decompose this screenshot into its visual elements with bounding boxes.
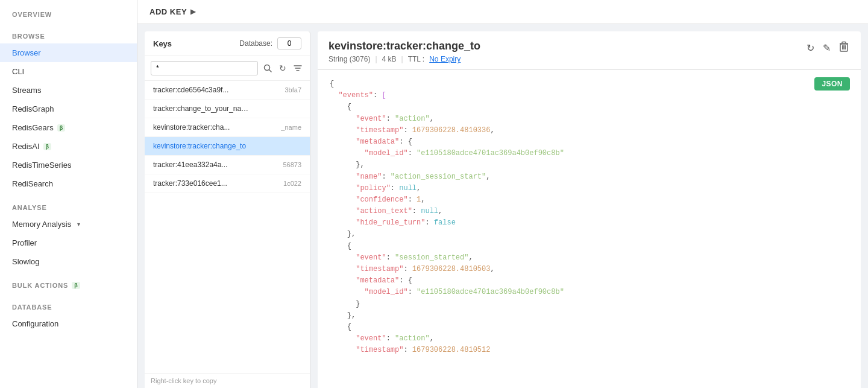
database-label: Database:	[239, 39, 272, 48]
sidebar-item-configuration-label: Configuration	[12, 319, 58, 328]
key-list-footer: Right-click key to copy	[145, 373, 310, 388]
sidebar-item-redistimeseries-label: RedisTimeSeries	[12, 161, 72, 170]
sidebar-item-cli[interactable]: CLI	[0, 62, 137, 81]
key-meta: 1c022	[283, 180, 301, 187]
sidebar-section-analyse: ANALYSE Memory Analysis ▾ Profiler Slowl…	[0, 193, 137, 271]
add-key-label: ADD KEY	[149, 7, 187, 16]
key-info: String (3076) | 4 kB | TTL : No Expiry	[329, 55, 480, 63]
key-type: String (3076)	[329, 55, 370, 63]
svg-line-1	[269, 70, 272, 72]
key-list-panel: Keys Database: ↻	[145, 31, 310, 388]
key-list-item-selected[interactable]: kevinstore:tracker:change_to	[145, 137, 310, 156]
key-title-section: kevinstore:tracker:change_to String (307…	[329, 40, 480, 63]
sidebar-item-configuration[interactable]: Configuration	[0, 314, 137, 333]
refresh-key-icon: ↻	[807, 43, 814, 53]
sidebar-item-profiler[interactable]: Profiler	[0, 234, 137, 252]
key-size: 4 kB	[382, 55, 397, 63]
key-list-item[interactable]: kevinstore:tracker:cha... _name	[145, 118, 310, 137]
bulk-actions-beta-badge: β	[72, 282, 80, 289]
svg-rect-7	[845, 45, 846, 49]
key-info-sep2: |	[401, 55, 403, 63]
key-list-item[interactable]: tracker:cde6564c3a9f... 3bfa7	[145, 81, 310, 100]
sidebar-section-database: DATABASE Configuration	[0, 293, 137, 333]
sidebar-item-redistimeseries[interactable]: RedisTimeSeries	[0, 156, 137, 174]
database-input[interactable]	[277, 37, 301, 49]
key-detail-panel: kevinstore:tracker:change_to String (307…	[318, 31, 861, 388]
refresh-key-button[interactable]: ↻	[805, 41, 816, 55]
sidebar: OVERVIEW BROWSE Browser CLI Streams Redi…	[0, 0, 137, 388]
key-name: tracker:change_to_your_name	[153, 104, 250, 113]
sidebar-header-database: DATABASE	[0, 293, 137, 314]
sidebar-item-streams[interactable]: Streams	[0, 81, 137, 100]
key-detail-header: kevinstore:tracker:change_to String (307…	[318, 31, 861, 70]
key-meta: 56873	[283, 161, 301, 168]
svg-rect-5	[842, 45, 843, 49]
redisai-beta-badge: β	[43, 143, 52, 150]
key-list-item[interactable]: tracker:41eea332a4a... 56873	[145, 156, 310, 174]
refresh-keys-button[interactable]: ↻	[277, 62, 288, 74]
sidebar-item-cli-label: CLI	[12, 67, 24, 76]
key-name: tracker:733e016cee1...	[153, 179, 227, 188]
split-panel: Keys Database: ↻	[137, 24, 868, 388]
edit-key-icon: ✎	[823, 43, 831, 53]
key-list-item[interactable]: tracker:change_to_your_name	[145, 100, 310, 118]
add-key-button[interactable]: ADD KEY ▶	[149, 7, 196, 16]
sidebar-item-redisearch-label: RediSearch	[12, 179, 53, 188]
json-content: { "events": [ { "event": "action", "time…	[318, 70, 861, 365]
redisgears-beta-badge: β	[57, 124, 66, 132]
search-input[interactable]	[151, 61, 258, 75]
key-info-sep: |	[375, 55, 377, 63]
json-button[interactable]: JSON	[814, 77, 850, 91]
top-bar: ADD KEY ▶	[137, 0, 868, 24]
sidebar-item-memory-analysis[interactable]: Memory Analysis ▾	[0, 215, 137, 234]
key-actions: ↻ ✎	[805, 40, 850, 56]
filter-keys-button[interactable]	[292, 63, 304, 73]
sidebar-item-redisai-label: RedisAI	[12, 142, 40, 151]
sidebar-item-redisgraph-label: RedisGraph	[12, 104, 54, 113]
sidebar-section-bulk-actions: BULK ACTIONS β	[0, 271, 137, 293]
sidebar-item-browser-label: Browser	[12, 48, 41, 57]
refresh-icon: ↻	[279, 63, 286, 73]
sidebar-item-redisai[interactable]: RedisAI β	[0, 137, 137, 156]
key-ttl-label: TTL :	[408, 55, 425, 63]
search-bar: ↻	[145, 56, 310, 81]
svg-rect-6	[843, 45, 844, 49]
sidebar-item-profiler-label: Profiler	[12, 238, 37, 247]
key-list-item[interactable]: tracker:733e016cee1... 1c022	[145, 174, 310, 193]
sidebar-item-redisgraph[interactable]: RedisGraph	[0, 100, 137, 118]
sidebar-item-memory-analysis-label: Memory Analysis	[12, 220, 71, 229]
key-ttl-value[interactable]: No Expiry	[429, 55, 461, 63]
delete-key-button[interactable]	[838, 40, 850, 56]
keys-label: Keys	[153, 39, 234, 48]
search-button[interactable]	[262, 63, 274, 74]
filter-icon	[294, 65, 302, 72]
sidebar-header-analyse: ANALYSE	[0, 193, 137, 215]
key-title: kevinstore:tracker:change_to	[329, 40, 480, 52]
key-meta: 3bfa7	[285, 86, 301, 94]
edit-key-button[interactable]: ✎	[822, 41, 832, 55]
key-name: kevinstore:tracker:cha...	[153, 123, 230, 132]
sidebar-item-redisgears-label: RedisGears	[12, 123, 54, 132]
sidebar-item-streams-label: Streams	[12, 86, 41, 95]
key-list-body: tracker:cde6564c3a9f... 3bfa7 tracker:ch…	[145, 81, 310, 373]
sidebar-section-overview: OVERVIEW	[0, 0, 137, 22]
sidebar-item-slowlog[interactable]: Slowlog	[0, 252, 137, 271]
search-icon	[263, 64, 272, 72]
sidebar-item-browser[interactable]: Browser	[0, 43, 137, 62]
key-meta: _name	[281, 124, 301, 131]
sidebar-section-browse: BROWSE Browser CLI Streams RedisGraph Re…	[0, 22, 137, 193]
trash-icon	[839, 41, 849, 52]
sidebar-item-slowlog-label: Slowlog	[12, 257, 40, 266]
sidebar-item-redisearch[interactable]: RediSearch	[0, 174, 137, 193]
sidebar-item-redisgears[interactable]: RedisGears β	[0, 118, 137, 137]
main-content: ADD KEY ▶ Keys Database: ↻	[137, 0, 868, 388]
key-list-header: Keys Database:	[145, 31, 310, 56]
key-name: tracker:cde6564c3a9f...	[153, 86, 228, 94]
key-name: kevinstore:tracker:change_to	[153, 142, 246, 150]
sidebar-header-browse: BROWSE	[0, 22, 137, 43]
sidebar-header-bulk-actions: BULK ACTIONS β	[0, 271, 137, 293]
play-icon: ▶	[190, 8, 196, 16]
key-detail-body: JSON { "events": [ { "event": "action", …	[318, 70, 861, 388]
sidebar-header-overview: OVERVIEW	[0, 0, 137, 22]
memory-analysis-arrow-icon: ▾	[77, 221, 80, 227]
